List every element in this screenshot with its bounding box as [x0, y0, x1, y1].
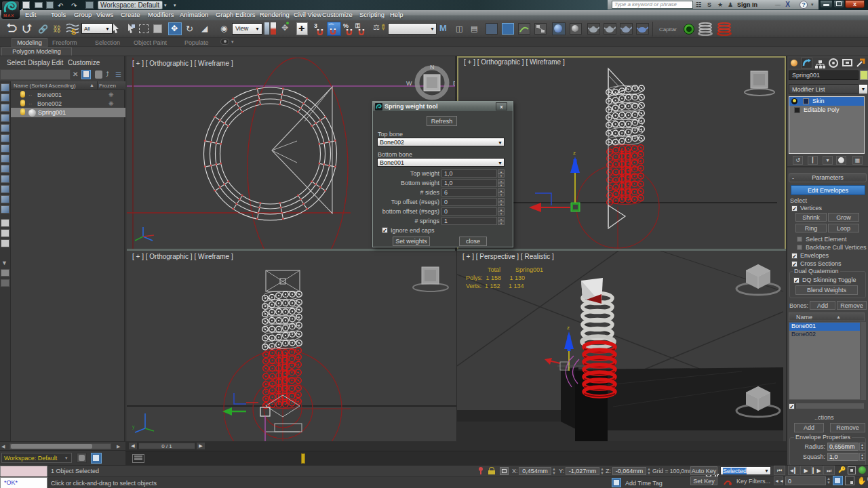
svg-text:W: W: [406, 80, 412, 87]
svg-text:z: z: [567, 325, 570, 331]
svg-text:S: S: [71, 28, 76, 36]
svg-text:z: z: [573, 150, 576, 156]
svg-text:N: N: [430, 64, 435, 70]
svg-text:y: y: [132, 424, 135, 430]
